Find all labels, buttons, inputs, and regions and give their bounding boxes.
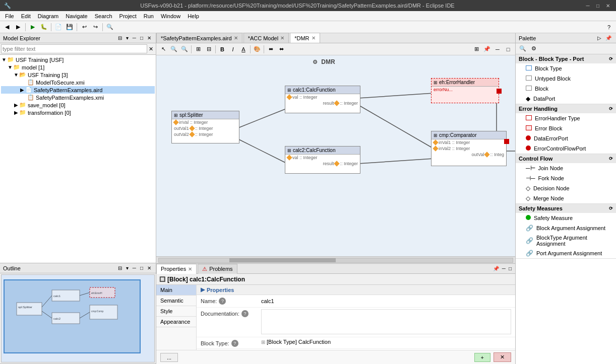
docs-help-icon[interactable]: ? — [241, 310, 249, 317]
outline-close[interactable]: ✕ — [146, 265, 153, 271]
tree-item-usf-training[interactable]: ▼ 📁 USF Training [USF] — [1, 56, 155, 63]
diag-align-left[interactable]: ⬌ — [266, 44, 276, 54]
node-comparator[interactable]: ⊞ cmp:Comparator inVal1 :: Integer inVal… — [431, 131, 507, 166]
diag-bold[interactable]: B — [217, 44, 227, 54]
toolbar-debug[interactable]: 🐛 — [39, 22, 49, 32]
node-calc2[interactable]: ⊞ calc2:CalcFunction val :: Integer resu… — [285, 146, 360, 174]
tree-item-transformation[interactable]: ▶ 📁 transformation [0] — [1, 109, 155, 116]
palette-group-safety-header[interactable]: Safety Measures ⟳ — [516, 204, 616, 213]
props-add-button[interactable]: + — [474, 353, 490, 362]
tree-item-usf-training-3[interactable]: ▼ 📂 USF Training [3] — [1, 71, 155, 79]
blocktype-help-icon[interactable]: ? — [231, 340, 238, 347]
tab-close[interactable]: ✕ — [280, 35, 284, 41]
outline-icon-1[interactable]: ⊟ — [116, 265, 124, 271]
diagram-scroll[interactable] — [156, 256, 515, 263]
toolbar-new[interactable]: 📄 — [53, 22, 64, 32]
scrollbar-thumb[interactable] — [229, 258, 336, 262]
tree-item-model[interactable]: ▼ 📁 model [1] — [1, 63, 155, 71]
tree-toggle[interactable]: ▼ — [7, 64, 13, 70]
menu-search[interactable]: Search — [92, 12, 115, 20]
palette-search[interactable]: 🔍 — [518, 44, 528, 54]
model-explorer-maximize[interactable]: □ — [139, 35, 145, 41]
name-help-icon[interactable]: ? — [219, 298, 226, 305]
palette-item-port-arg-assign[interactable]: 🔗 Port Argument Assignment — [516, 248, 616, 258]
palette-expand[interactable]: ▷ — [596, 35, 603, 41]
documentation-textarea[interactable] — [261, 309, 511, 334]
diag-close[interactable]: ─ — [492, 44, 503, 54]
diagram-area[interactable]: ⚙ DMR ⊞ spl:Splitter inVal :: Integer ou… — [156, 55, 515, 256]
close-button[interactable]: ✕ — [604, 2, 612, 10]
outline-icon-2[interactable]: ▾ — [125, 265, 130, 271]
palette-item-untyped-block[interactable]: Untyped Block — [516, 74, 616, 84]
toolbar-redo[interactable]: ↪ — [90, 22, 100, 32]
palette-pin[interactable]: 📌 — [604, 35, 613, 41]
toolbar-search[interactable]: 🔍 — [105, 22, 115, 32]
props-tab-appearance[interactable]: Appearance — [156, 317, 196, 327]
menu-file[interactable]: File — [2, 12, 17, 20]
palette-item-error-control-port[interactable]: ErrorControlFlowPort — [516, 143, 616, 154]
tree-toggle[interactable]: ▼ — [13, 72, 19, 78]
palette-item-dataport[interactable]: ◆ DataPort — [516, 94, 616, 104]
menu-run[interactable]: Run — [141, 12, 157, 20]
outline-minimize[interactable]: ─ — [131, 265, 138, 271]
tree-toggle[interactable]: ▼ — [1, 57, 7, 62]
props-tab-close[interactable]: ✕ — [188, 266, 192, 272]
menu-edit[interactable]: Edit — [18, 12, 34, 20]
palette-item-blocktype-arg-assign[interactable]: 🔗 BlockType Argument Assignment — [516, 233, 616, 248]
node-error-handler[interactable]: ⊞ eh:ErrorHandler errorNu... — [431, 78, 499, 103]
tab-safety-aird[interactable]: *SafetyPatternExamples.aird ✕ — [156, 33, 242, 43]
model-explorer-close[interactable]: ✕ — [146, 35, 153, 41]
props-tab-semantic[interactable]: Semantic — [156, 296, 196, 306]
outline-maximize[interactable]: □ — [139, 265, 145, 271]
tab-properties[interactable]: Properties ✕ — [156, 264, 197, 274]
menu-help[interactable]: Help — [184, 12, 202, 20]
palette-item-join-node[interactable]: ─⊢ Join Node — [516, 163, 616, 173]
toolbar-undo[interactable]: ↩ — [79, 22, 89, 32]
diag-align-right[interactable]: ⬌ — [276, 44, 286, 54]
model-filter-input[interactable] — [1, 44, 147, 53]
diag-zoom-out[interactable]: 🔍 — [179, 44, 190, 54]
diag-select[interactable]: ↖ — [158, 44, 168, 54]
props-tab-main[interactable]: Main — [156, 285, 196, 296]
props-pin[interactable]: 📌 — [491, 265, 501, 272]
diag-fit[interactable]: ⊞ — [193, 44, 203, 54]
diag-expand[interactable]: ⊞ — [471, 44, 481, 54]
palette-item-safety-measure[interactable]: Safety Measure — [516, 213, 616, 223]
menu-window[interactable]: Window — [158, 12, 183, 20]
palette-item-fork-node[interactable]: ⊣─ Fork Node — [516, 173, 616, 183]
toolbar-save[interactable]: 💾 — [65, 22, 75, 32]
tab-acc-model[interactable]: *ACC Model ✕ — [243, 33, 289, 43]
tree-toggle[interactable]: ▶ — [13, 102, 19, 108]
tree-item-save-model[interactable]: ▶ 📁 save_model [0] — [1, 101, 155, 109]
model-filter-clear[interactable]: ✕ — [147, 46, 155, 52]
palette-item-merge-node[interactable]: ◇ Merge Node — [516, 193, 616, 203]
model-explorer-collapse[interactable]: ⊟ — [116, 35, 124, 41]
toolbar-forward[interactable]: ▶ — [13, 22, 23, 32]
tab-close[interactable]: ✕ — [234, 35, 238, 41]
props-more-button[interactable]: ... — [160, 353, 178, 362]
menu-project[interactable]: Project — [116, 12, 140, 20]
palette-item-decision-node[interactable]: ◇ Decision Node — [516, 183, 616, 193]
model-explorer-minimize[interactable]: ─ — [131, 35, 138, 41]
props-minimize[interactable]: ─ — [501, 265, 507, 272]
palette-group-error-header[interactable]: Error Handling ⟳ — [516, 104, 616, 113]
palette-item-block-arg-assign[interactable]: 🔗 Block Argument Assignment — [516, 223, 616, 233]
menu-navigate[interactable]: Navigate — [63, 12, 90, 20]
palette-settings[interactable]: ⚙ — [529, 44, 539, 54]
tree-toggle[interactable]: ▶ — [19, 87, 25, 93]
palette-item-block[interactable]: Block — [516, 84, 616, 94]
tree-item-safety-xmi[interactable]: 📋 SafetyPatternExamples.xmi — [1, 94, 155, 101]
maximize-button[interactable]: □ — [594, 2, 602, 10]
tree-toggle[interactable]: ▶ — [13, 110, 19, 115]
minimize-button[interactable]: ─ — [584, 2, 592, 10]
palette-group-control-header[interactable]: Control Flow ⟳ — [516, 154, 616, 163]
palette-item-error-block[interactable]: Error Block — [516, 123, 616, 133]
tab-problems[interactable]: ⚠ Problems — [198, 264, 237, 274]
palette-item-data-error-port[interactable]: DataErrorPort — [516, 133, 616, 143]
props-tab-style[interactable]: Style — [156, 306, 196, 317]
props-remove-button[interactable]: ✕ — [494, 352, 511, 362]
tree-item-model-to-secure[interactable]: 📋 ModelToSecure.xmi — [1, 79, 155, 86]
diag-underline[interactable]: A — [238, 44, 249, 54]
toolbar-back[interactable]: ◀ — [2, 22, 12, 32]
diagram-scrollbar[interactable] — [158, 258, 513, 263]
